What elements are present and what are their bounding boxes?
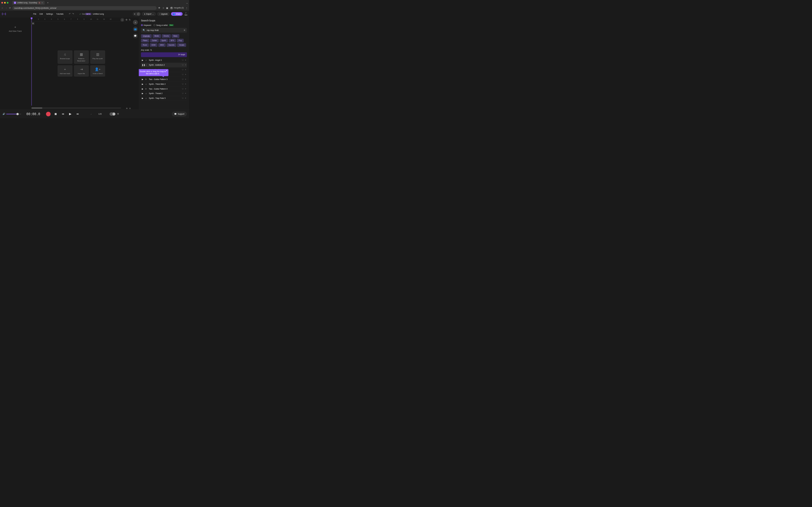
clear-search-button[interactable]: ✕ (184, 29, 185, 32)
play-loop-button[interactable]: ▶ (142, 93, 144, 95)
add-new-track-button[interactable]: + Add New Track (9, 25, 22, 33)
zoom-in-button[interactable]: ⊕ (126, 107, 128, 109)
light-theme-icon[interactable]: ☀ (133, 12, 137, 16)
play-loop-button[interactable]: ▶ (142, 97, 144, 100)
tag-rock[interactable]: Rock (141, 43, 149, 47)
eye-off-icon[interactable]: 👁 (158, 7, 160, 9)
upgrade-button[interactable]: ↑ Upgrade (157, 12, 170, 16)
scrollbar-thumb[interactable] (31, 107, 42, 109)
fast-forward-button[interactable]: ⏭ (75, 112, 80, 116)
play-button[interactable]: ▶ (68, 112, 73, 116)
incognito-badge[interactable]: 🕶 Incognito (2) (170, 6, 184, 10)
menu-icon[interactable]: ⋮ (186, 7, 188, 9)
search-loops-input-wrapper[interactable]: 🔍 ✕ (141, 28, 187, 33)
song-artist-radio[interactable]: Song or artist New (154, 24, 174, 26)
volume-thumb[interactable] (16, 113, 18, 115)
search-loops-input[interactable] (147, 29, 182, 31)
tempo-display[interactable]: 120 (98, 113, 102, 115)
maximize-window[interactable] (7, 2, 8, 4)
favorite-icon[interactable]: ♡ (182, 59, 184, 61)
add-loop-icon[interactable]: + (185, 78, 186, 80)
volume-icon[interactable]: 🔊 (3, 113, 5, 115)
undo-button[interactable]: ↶ (69, 13, 70, 15)
loop-row[interactable]: ❚❚ ♫ Synth - Addiction 2 ♡ + (141, 62, 187, 67)
favorite-icon[interactable]: ♡ (182, 64, 184, 66)
pause-loop-button[interactable]: ❚❚ (142, 64, 144, 66)
close-window[interactable] (1, 2, 3, 4)
magnet-snap-button[interactable]: ∩ (120, 18, 124, 22)
loop-row[interactable]: ▶ ⊪ Two - Guitar Pattern 3 ♡ + (141, 77, 187, 82)
tag-guitar[interactable]: Guitar (150, 39, 159, 43)
favorite-icon[interactable]: ♡ (182, 73, 184, 76)
favorite-icon[interactable]: ♡ (182, 93, 184, 95)
menu-edit[interactable]: Edit (40, 13, 43, 15)
reload-button[interactable]: ⟳ (9, 7, 11, 9)
rewind-button[interactable]: ⏮ (61, 112, 65, 116)
window-controls[interactable] (1, 2, 8, 4)
card-import-file[interactable]: ⇥Import file (74, 65, 89, 76)
forward-button[interactable]: → (5, 7, 7, 9)
card-add-new-track[interactable]: +Add new track (57, 65, 72, 76)
card-invite-a-friend[interactable]: 👤+Invite a friend (90, 65, 105, 76)
tag-originals[interactable]: Originals (141, 34, 152, 38)
tag-bass[interactable]: Bass (171, 34, 179, 38)
play-loop-button[interactable]: ▶ (142, 88, 144, 90)
theme-toggle[interactable]: ☀ ☾ (133, 12, 141, 16)
add-loop-icon[interactable]: + (185, 59, 186, 61)
support-button[interactable]: 💬 Support (172, 112, 187, 116)
loops-tab-button[interactable]: ♫ (133, 20, 138, 24)
loop-row[interactable]: ▶ ♫ Synth - Angst 3 ♡ + (141, 58, 187, 63)
loop-row[interactable]: ▶ ♫ Synth - Trap Flute 5 ♡ + (141, 96, 187, 101)
loop-region-toggle[interactable]: ⟲ (31, 22, 35, 25)
exit-button[interactable]: ⤴ Exit (185, 12, 187, 16)
tag-sfx[interactable]: SFX (168, 39, 176, 43)
favorite-icon[interactable]: ♡ (182, 88, 184, 90)
menu-tutorials[interactable]: Tutorials (56, 13, 63, 15)
add-loop-icon[interactable]: + (185, 88, 186, 90)
loop-row[interactable]: ▶ ♫ Synth - Threat 2 ♡ + (141, 91, 187, 96)
tag-midi[interactable]: MIDI (158, 43, 166, 47)
card-play-the-synth[interactable]: ▥Play the synth (90, 50, 105, 64)
volume-slider[interactable] (6, 114, 21, 114)
dark-theme-icon[interactable]: ☾ (137, 12, 140, 16)
redo-button[interactable]: ↷ (72, 13, 74, 15)
app-logo[interactable]: (—) (2, 12, 6, 16)
mute-icon[interactable]: 🔇 (38, 2, 41, 4)
add-loop-icon[interactable]: + (185, 93, 186, 95)
tag-pop[interactable]: Pop (177, 39, 184, 43)
play-loop-button[interactable]: ▶ (142, 78, 144, 80)
add-loop-icon[interactable]: + (185, 64, 186, 66)
tag-sounds[interactable]: Sounds (167, 43, 176, 47)
tag-piano[interactable]: Piano (141, 39, 149, 43)
history-icon[interactable]: ↻ (129, 18, 131, 21)
tag-beats[interactable]: Beats (153, 34, 161, 38)
key-display[interactable]: - (91, 113, 91, 115)
close-tab-icon[interactable]: ✕ (42, 2, 43, 4)
loop-row[interactable]: ▶ ♫ Synth - Thick Mist 2 ♡ + (141, 82, 187, 87)
timeline-scrollbar[interactable] (31, 107, 121, 109)
favorite-icon[interactable]: ♡ (182, 97, 184, 100)
card-patterns-beatmaker[interactable]: ▦Patterns Beatmaker (74, 50, 89, 64)
tag-vocals[interactable]: Vocals (177, 43, 186, 47)
address-bar[interactable]: soundtrap.com/studio/d_5KIiQLQm6ic6ic_vz… (12, 6, 156, 10)
menu-settings[interactable]: Settings (46, 13, 53, 15)
browser-tab[interactable]: (-) Untitled song - Soundtrap 🔇 ✕ (12, 1, 45, 5)
zoom-out-button[interactable]: ⊖ (129, 107, 131, 109)
scale-select[interactable]: Any scale ⇅ (141, 49, 187, 51)
song-title[interactable]: Untitled song (93, 13, 104, 15)
menu-file[interactable]: File (33, 13, 36, 15)
add-loop-icon[interactable]: + (185, 69, 186, 71)
close-tooltip-button[interactable]: ✕ (166, 69, 167, 72)
add-loop-icon[interactable]: + (185, 73, 186, 76)
chat-tab-button[interactable]: 💬 (133, 34, 138, 38)
favorite-icon[interactable]: ♡ (182, 69, 184, 71)
minimize-window[interactable] (4, 2, 6, 4)
card-browse-loops[interactable]: ♫Browse loops (57, 50, 72, 64)
stop-button[interactable] (53, 112, 58, 116)
favorite-icon[interactable]: ♡ (182, 78, 184, 80)
tag-synth[interactable]: Synth (160, 39, 168, 43)
collaborators-tab-button[interactable]: 👥 (133, 27, 138, 32)
timeline-ruler[interactable]: 2345678910111213 (31, 18, 132, 21)
add-loop-icon[interactable]: + (185, 97, 186, 100)
timecode[interactable]: 00:00.0 (27, 112, 40, 116)
